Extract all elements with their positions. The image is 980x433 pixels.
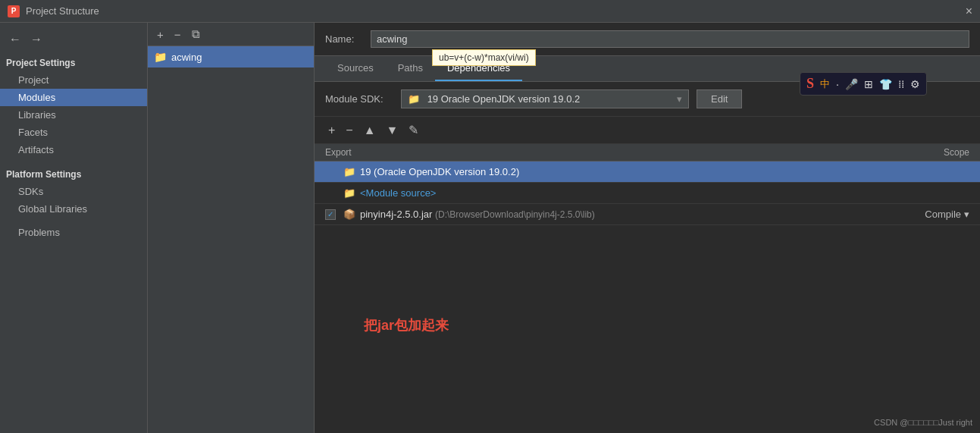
ime-toolbar: S 中 · 🎤 ⊞ 👕 ⁞⁞ ⚙ <box>800 72 927 96</box>
dep-row-sdk[interactable]: 📁 19 (Oracle OpenJDK version 19.0.2) <box>315 162 980 183</box>
sdk-row-icon: 📁 <box>343 166 355 177</box>
ime-zh-icon[interactable]: 中 <box>820 77 830 91</box>
sdk-row-name: 19 (Oracle OpenJDK version 19.0.2) <box>360 166 894 177</box>
jar-row-scope[interactable]: Compile ▾ <box>894 209 969 220</box>
dep-remove-button[interactable]: − <box>343 122 355 139</box>
scope-header: Scope <box>894 147 969 158</box>
close-button[interactable]: × <box>966 5 972 18</box>
sdk-folder-icon: 📁 <box>408 93 420 105</box>
sidebar: ← → Project Settings Project Modules Lib… <box>0 23 148 433</box>
export-header: Export <box>325 147 894 158</box>
source-row-icon: 📁 <box>343 187 355 199</box>
sdk-value: 19 Oracle OpenJDK version 19.0.2 <box>427 93 581 105</box>
sidebar-item-libraries[interactable]: Libraries <box>0 106 147 124</box>
jar-row-name: pinyin4j-2.5.0.jar (D:\BrowserDownload\p… <box>360 209 894 220</box>
dep-toolbar: + − ▲ ▼ ✎ <box>315 117 980 144</box>
sdk-label: Module SDK: <box>325 93 393 105</box>
dep-add-button[interactable]: + <box>325 122 338 139</box>
dep-check-jar[interactable]: ✓ <box>325 209 340 220</box>
sidebar-item-sdks[interactable]: SDKs <box>0 183 147 200</box>
scope-dropdown-icon[interactable]: ▾ <box>964 209 969 220</box>
sidebar-item-global-libraries[interactable]: Global Libraries <box>0 200 147 218</box>
ime-dot-icon[interactable]: · <box>836 78 839 90</box>
sdk-select[interactable]: 📁 19 Oracle OpenJDK version 19.0.2 ▾ <box>401 89 689 108</box>
sidebar-item-modules[interactable]: Modules <box>0 89 147 106</box>
module-panel: + − ⧉ 📁 acwing <box>148 23 315 433</box>
sidebar-item-artifacts[interactable]: Artifacts <box>0 141 147 158</box>
ime-s-icon: S <box>806 76 814 92</box>
module-name: acwing <box>171 52 202 63</box>
ime-shirt-icon[interactable]: 👕 <box>879 78 892 90</box>
tab-paths[interactable]: Paths <box>386 56 435 81</box>
sidebar-nav: ← → <box>0 29 147 53</box>
remove-module-button[interactable]: − <box>171 27 184 42</box>
sdk-dropdown-icon: ▾ <box>677 93 682 105</box>
ime-mic-icon[interactable]: 🎤 <box>845 78 858 90</box>
dep-down-button[interactable]: ▼ <box>384 122 402 139</box>
chinese-note: 把jar包加起来 <box>364 316 449 334</box>
source-row-name: <Module source> <box>360 187 894 199</box>
ime-settings-icon[interactable]: ⚙ <box>910 78 920 90</box>
name-row: Name: <box>315 23 980 56</box>
ime-apps-icon[interactable]: ⁞⁞ <box>898 78 904 90</box>
annotation-tooltip: ub=v+(c-w)*max(vi/wi) <box>432 49 536 66</box>
sidebar-item-problems[interactable]: Problems <box>0 224 147 241</box>
jar-checkbox[interactable]: ✓ <box>325 209 336 220</box>
name-label: Name: <box>325 33 363 45</box>
copy-module-button[interactable]: ⧉ <box>189 26 203 42</box>
title-bar: P Project Structure × <box>0 0 980 23</box>
dep-row-jar[interactable]: ✓ 📦 pinyin4j-2.5.0.jar (D:\BrowserDownlo… <box>315 204 980 225</box>
app-icon: P <box>8 5 20 17</box>
title-bar-text: Project Structure <box>26 5 99 17</box>
dep-table-header: Export Scope <box>315 144 980 162</box>
add-module-button[interactable]: + <box>154 27 167 42</box>
jar-row-icon: 📦 <box>343 209 355 220</box>
dep-table: Export Scope 📁 19 (Oracle OpenJDK versio… <box>315 144 980 433</box>
ime-grid-icon[interactable]: ⊞ <box>864 78 873 90</box>
project-settings-header: Project Settings <box>0 53 147 71</box>
edit-sdk-button[interactable]: Edit <box>697 89 742 108</box>
sidebar-item-facets[interactable]: Facets <box>0 124 147 141</box>
sidebar-item-project[interactable]: Project <box>0 71 147 89</box>
tab-sources[interactable]: Sources <box>325 56 386 81</box>
forward-button[interactable]: → <box>27 32 45 47</box>
module-item-acwing[interactable]: 📁 acwing <box>148 46 314 67</box>
watermark: CSDN @□□□□□□Just right <box>874 418 972 427</box>
jar-row-path: (D:\BrowserDownload\pinyin4j-2.5.0\lib) <box>435 209 595 220</box>
module-folder-icon: 📁 <box>154 51 167 63</box>
dep-up-button[interactable]: ▲ <box>361 122 379 139</box>
platform-settings-header: Platform Settings <box>0 165 147 183</box>
dep-row-source[interactable]: 📁 <Module source> <box>315 183 980 204</box>
module-toolbar: + − ⧉ <box>148 23 314 46</box>
dep-edit-button[interactable]: ✎ <box>405 121 421 139</box>
back-button[interactable]: ← <box>6 32 24 47</box>
name-input[interactable] <box>371 30 969 48</box>
